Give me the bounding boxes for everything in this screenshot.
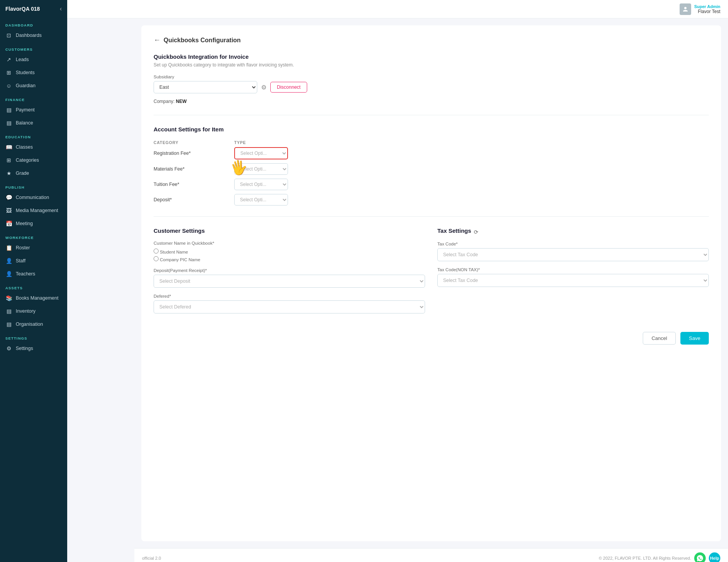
sidebar-item-roster[interactable]: 📋 Roster: [0, 241, 67, 254]
page-container: ← Quickbooks Configuration Quickbooks In…: [141, 25, 721, 541]
radio-company-pic[interactable]: Company PIC Name: [154, 256, 425, 262]
sidebar-item-payment[interactable]: ▤ Payment: [0, 103, 67, 116]
sidebar-item-settings[interactable]: ⚙ Settings: [0, 342, 67, 355]
sidebar-label-media: Media Management: [16, 208, 58, 213]
footer-icons: © 2022, FLAVOR PTE. LTD. All Rights Rese…: [599, 552, 720, 562]
sidebar-item-staff[interactable]: 👤 Staff: [0, 254, 67, 267]
sidebar-item-grade[interactable]: ★ Grade: [0, 167, 67, 180]
radio-student-name-label: Student Name: [160, 250, 188, 254]
row-label-deposit: Deposit*: [154, 197, 230, 202]
subsidiary-select[interactable]: East: [154, 81, 257, 93]
sidebar-item-classes[interactable]: 📖 Classes: [0, 141, 67, 154]
sidebar-item-meeting[interactable]: 📅 Meeting: [0, 217, 67, 230]
sidebar-item-balance[interactable]: ▤ Balance: [0, 116, 67, 129]
app-logo: FlavorQA 018: [5, 6, 40, 12]
subsidiary-row: East ⚙ Disconnect: [154, 81, 709, 93]
company-info: Company: NEW: [154, 99, 709, 104]
sidebar: FlavorQA 018 ‹ Dashboard ⊡ Dashboards Cu…: [0, 0, 67, 562]
cancel-button[interactable]: Cancel: [643, 332, 676, 345]
customer-name-radio-group: Student Name Company PIC Name: [154, 249, 425, 262]
deposit-payment-select[interactable]: Select Deposit: [154, 275, 425, 288]
sidebar-label-meeting: Meeting: [16, 221, 33, 226]
sidebar-label-books: Books Management: [16, 295, 58, 301]
account-table: CATEGORY TYPE Registration Fee* Select O…: [154, 140, 353, 206]
sidebar-item-communication[interactable]: 💬 Communication: [0, 191, 67, 204]
sidebar-header: FlavorQA 018 ‹: [0, 0, 67, 18]
company-value: NEW: [176, 99, 187, 104]
sidebar-item-inventory[interactable]: ▤ Inventory: [0, 305, 67, 318]
footer-copy: © 2022, FLAVOR PTE. LTD. All Rights Rese…: [599, 556, 691, 560]
user-role: Super Admin: [694, 4, 720, 9]
row-label-materials: Materials Fee*: [154, 166, 230, 172]
sidebar-item-dashboards[interactable]: ⊡ Dashboards: [0, 29, 67, 42]
sidebar-label-organisation: Organisation: [16, 322, 43, 327]
sidebar-item-leads[interactable]: ↗ Leads: [0, 53, 67, 66]
media-icon: 🖼: [5, 207, 12, 214]
customer-settings-column: Customer Settings Customer Name in Quick…: [154, 227, 425, 320]
row-label-tuition: Tuition Fee*: [154, 182, 230, 187]
sidebar-label-categories: Categories: [16, 157, 39, 163]
whatsapp-button[interactable]: [694, 552, 706, 562]
tax-code-select[interactable]: Select Tax Code: [437, 248, 709, 261]
communication-icon: 💬: [5, 194, 12, 201]
integration-title: Quickbooks Integration for Invoice: [154, 53, 709, 60]
save-button[interactable]: Save: [680, 332, 709, 345]
grade-icon: ★: [5, 170, 12, 176]
sidebar-label-classes: Classes: [16, 144, 33, 150]
sidebar-item-organisation[interactable]: ▤ Organisation: [0, 318, 67, 331]
deposit-select[interactable]: Select Opti...: [234, 194, 288, 206]
account-table-header: CATEGORY TYPE: [154, 140, 353, 145]
topbar: Super Admin Flavor Test: [67, 0, 728, 18]
radio-company-pic-label: Company PIC Name: [160, 257, 200, 262]
sidebar-label-settings: Settings: [16, 346, 33, 351]
leads-icon: ↗: [5, 56, 12, 63]
sidebar-item-categories[interactable]: ⊞ Categories: [0, 154, 67, 167]
radio-company-pic-input[interactable]: [154, 256, 159, 261]
roster-icon: 📋: [5, 245, 12, 251]
page-back-button[interactable]: ← Quickbooks Configuration: [154, 36, 709, 44]
radio-student-name[interactable]: Student Name: [154, 249, 425, 254]
students-icon: ⊞: [5, 70, 12, 76]
page-footer: official 2.0 © 2022, FLAVOR PTE. LTD. Al…: [134, 548, 728, 562]
radio-student-name-input[interactable]: [154, 249, 159, 254]
help-label: Help: [710, 556, 719, 560]
integration-subtitle: Set up Quickbooks category to integrate …: [154, 62, 709, 68]
subsidiary-label: Subsidiary: [154, 75, 709, 79]
sidebar-item-media[interactable]: 🖼 Media Management: [0, 204, 67, 217]
row-label-registration: Registration Fee*: [154, 151, 230, 156]
sidebar-collapse-button[interactable]: ‹: [60, 5, 62, 12]
registration-select-wrapper: Select Opti...: [234, 147, 353, 159]
table-row: Deposit* Select Opti...: [154, 194, 353, 206]
sidebar-item-teachers[interactable]: 👤 Teachers: [0, 267, 67, 280]
balance-icon: ▤: [5, 120, 12, 126]
disconnect-button[interactable]: Disconnect: [270, 82, 307, 93]
sidebar-label-payment: Payment: [16, 107, 35, 113]
dashboard-icon: ⊡: [5, 32, 12, 38]
sidebar-section-dashboard: Dashboard: [0, 18, 67, 29]
tax-code-non-tax-select[interactable]: Select Tax Code: [437, 274, 709, 287]
table-row: Tuition Fee* Select Opti...: [154, 179, 353, 190]
sidebar-label-students: Students: [16, 70, 35, 75]
sidebar-label-balance: Balance: [16, 120, 33, 126]
inventory-icon: ▤: [5, 308, 12, 314]
registration-fee-select[interactable]: Select Opti...: [234, 147, 288, 159]
materials-fee-select[interactable]: Select Opti...: [234, 163, 288, 175]
help-button[interactable]: Help: [709, 552, 720, 562]
sidebar-label-roster: Roster: [16, 245, 30, 250]
user-menu[interactable]: Super Admin Flavor Test: [680, 3, 720, 15]
tax-settings-column: Tax Settings ⟳ Tax Code* Select Tax Code…: [437, 227, 709, 320]
customer-name-label: Customer Name in Quickbook*: [154, 241, 425, 245]
sidebar-section-customers: Customers: [0, 42, 67, 53]
sidebar-item-students[interactable]: ⊞ Students: [0, 66, 67, 79]
sidebar-item-books[interactable]: 📚 Books Management: [0, 292, 67, 305]
sidebar-item-guardian[interactable]: ☺ Guardian: [0, 79, 67, 92]
settings-gear-icon[interactable]: ⚙: [261, 84, 266, 91]
organisation-icon: ▤: [5, 321, 12, 327]
account-settings-title: Account Settings for Item: [154, 126, 709, 133]
deferred-select[interactable]: Select Defered: [154, 300, 425, 313]
meeting-icon: 📅: [5, 220, 12, 227]
sidebar-label-dashboards: Dashboards: [16, 33, 41, 38]
tax-settings-gear-icon[interactable]: ⟳: [474, 229, 478, 235]
tax-settings-title: Tax Settings: [437, 227, 471, 234]
tuition-fee-select[interactable]: Select Opti...: [234, 179, 288, 190]
